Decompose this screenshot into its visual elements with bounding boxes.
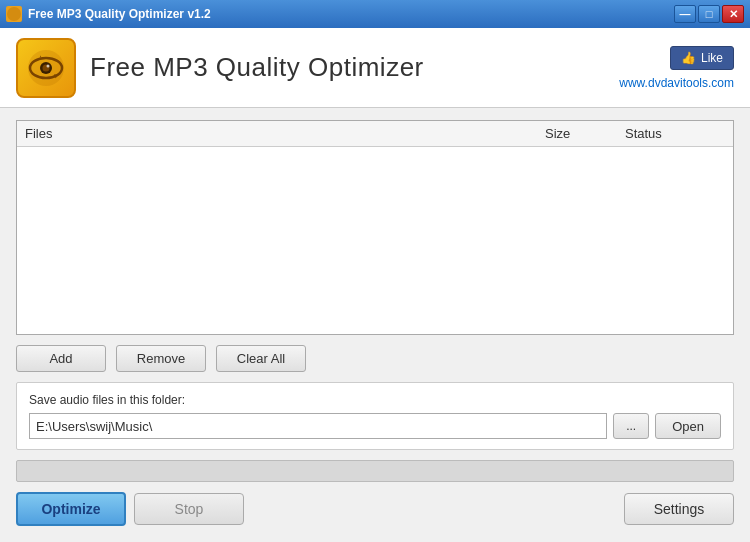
content-area: Files Size Status Add Remove Clear All S… [0,108,750,542]
remove-button[interactable]: Remove [116,345,206,372]
save-folder-label: Save audio files in this folder: [29,393,721,407]
add-button[interactable]: Add [16,345,106,372]
website-link[interactable]: www.dvdavitools.com [619,76,734,90]
stop-button[interactable]: Stop [134,493,244,525]
svg-text:♫: ♫ [52,72,57,79]
header-right: 👍 Like www.dvdavitools.com [619,46,734,90]
settings-button[interactable]: Settings [624,493,734,525]
maximize-button[interactable]: □ [698,5,720,23]
open-button[interactable]: Open [655,413,721,439]
thumbs-up-icon: 👍 [681,51,696,65]
title-bar-text: Free MP3 Quality Optimizer v1.2 [28,7,674,21]
save-folder-row: ... Open [29,413,721,439]
col-size-header: Size [545,126,625,141]
folder-path-input[interactable] [29,413,607,439]
progress-bar-container [16,460,734,482]
clear-all-button[interactable]: Clear All [216,345,306,372]
svg-point-0 [7,7,21,21]
table-header: Files Size Status [17,121,733,147]
app-icon [6,6,22,22]
file-buttons: Add Remove Clear All [16,345,734,372]
like-label: Like [701,51,723,65]
optimize-button[interactable]: Optimize [16,492,126,526]
minimize-button[interactable]: — [674,5,696,23]
title-bar: Free MP3 Quality Optimizer v1.2 — □ ✕ [0,0,750,28]
col-files-header: Files [25,126,545,141]
close-button[interactable]: ✕ [722,5,744,23]
browse-button[interactable]: ... [613,413,649,439]
app-logo: ♪ ♫ [16,38,76,98]
main-window: ♪ ♫ Free MP3 Quality Optimizer 👍 Like ww… [0,28,750,542]
app-title: Free MP3 Quality Optimizer [90,52,619,83]
table-body[interactable] [17,147,733,334]
bottom-buttons: Optimize Stop Settings [16,492,734,530]
file-table: Files Size Status [16,120,734,335]
save-folder-section: Save audio files in this folder: ... Ope… [16,382,734,450]
title-bar-controls: — □ ✕ [674,5,744,23]
svg-point-5 [47,64,50,67]
header: ♪ ♫ Free MP3 Quality Optimizer 👍 Like ww… [0,28,750,108]
svg-text:♪: ♪ [38,53,42,62]
col-status-header: Status [625,126,725,141]
like-button[interactable]: 👍 Like [670,46,734,70]
